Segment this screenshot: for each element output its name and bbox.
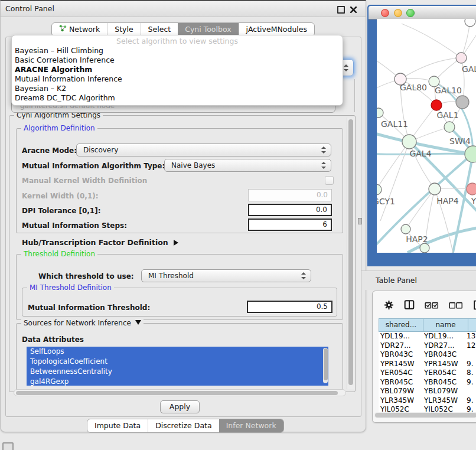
network-node[interactable] [431,100,442,110]
document-icon[interactable] [473,300,476,312]
dropdown-item-aracne-algorithm[interactable]: ARACNE Algorithm [12,65,343,74]
hub-section-header[interactable]: Hub/Transcription Factor Definition [22,238,178,247]
check-all-icon[interactable] [425,301,439,312]
column-header-2[interactable] [468,318,476,332]
spinner-arrows-icon [344,64,349,71]
node-label-swi4: SWI4 [449,136,471,146]
float-window-icon[interactable] [337,6,345,14]
network-edge[interactable] [377,142,409,190]
dpi-tolerance-field[interactable]: 0.0 [248,204,332,216]
dropdown-item-basic-correlation-inference[interactable]: Basic Correlation Inference [12,56,343,65]
node-label-hap4: HAP4 [436,196,459,206]
table-row[interactable]: YDL19...YDL19...13 [379,332,476,341]
tab-cyni-toolbox[interactable]: Cyni Toolbox [178,23,238,36]
network-node[interactable] [429,183,441,195]
table-row[interactable]: YER054CYER054C8. [379,369,476,378]
cell-shared-name: YER054C [379,369,424,378]
table-row[interactable]: YBR045CYBR045C9. [379,378,476,387]
network-node[interactable] [467,183,476,195]
dpi-tolerance-label: DPI Tolerance [0,1]: [22,207,101,215]
mi-steps-label: Mutual Information Steps: [22,221,127,230]
aracne-mode-combobox[interactable]: Discovery [76,144,331,156]
tab-select[interactable]: Select [141,23,178,36]
control-panel-title: Control Panel [5,4,54,13]
dropdown-placeholder: Select algorithm to view settings [12,37,343,46]
network-edge[interactable] [400,58,461,79]
mi-threshold-label: Mutual Information Threshold: [28,304,150,312]
table-row[interactable]: YPR145WYPR145W9. [379,360,476,369]
mac-zoom-icon[interactable] [406,9,415,17]
attribute-list-scrollbar[interactable] [323,348,328,383]
table-row[interactable]: YIL052CYIL052C9. [379,405,476,412]
bottom-tab-infer-network[interactable]: Infer Network [219,419,283,432]
dropdown-item-bayesian-hill-climbing[interactable]: Bayesian – Hill Climbing [12,46,343,56]
manual-kernel-checkbox[interactable] [325,176,334,185]
network-node[interactable] [377,108,383,118]
table-panel-title: Table Panel [376,276,417,285]
mac-close-icon[interactable] [381,9,389,17]
sources-group-title[interactable]: Sources for Network Inference [21,319,144,327]
settings-vertical-scrollbar[interactable] [347,118,354,389]
mi-type-combobox[interactable]: Naive Bayes [164,159,331,172]
cell-value: 9. [465,378,473,387]
attribute-item-selfloops[interactable]: SelfLoops [27,347,328,357]
network-canvas[interactable]: GALGAL80GAL10GAL1GAL11SWI4GAL4GCY1HAP4YH… [377,19,476,253]
tab-style[interactable]: Style [107,23,140,36]
gear-icon[interactable] [384,300,394,312]
tab-jactivemnodules[interactable]: jActiveMNodules [239,23,314,36]
table-row[interactable]: YBL079WYBL079W [379,387,476,396]
cell-name: YLR345W [424,396,465,406]
control-panel-window: Control Panel NetworkStyleSelectCyni Too… [0,0,366,432]
cell-shared-name: YBL079W [379,387,424,396]
cell-name: YER054C [424,369,465,378]
bottom-tab-discretize-data[interactable]: Discretize Data [148,419,219,432]
network-node[interactable] [401,224,410,234]
attribute-item-gal4rgexp[interactable]: gal4RGexp [27,377,328,386]
node-label-gal80: GAL80 [400,83,427,92]
apply-button[interactable]: Apply [160,400,200,413]
which-threshold-combobox[interactable]: MI Threshold [141,269,311,282]
network-node[interactable] [444,122,455,132]
pane-splitter-handle[interactable] [358,218,362,224]
cell-value: 9. [465,405,473,412]
groupbox-border-fragment [354,79,355,112]
split-columns-icon[interactable] [404,299,415,312]
attribute-item-topologicalcoefficient[interactable]: TopologicalCoefficient [27,357,328,367]
mi-threshold-field[interactable]: 0.5 [247,301,332,313]
dropdown-item-dream8-dc-tdc-algorithm[interactable]: Dream8 DC_TDC Algorithm [12,93,343,103]
bottom-tab-bar: Impute DataDiscretize DataInfer Network [87,419,284,433]
cell-shared-name: YBR045C [379,378,424,387]
node-label-gal11: GAL11 [381,119,408,129]
table-row[interactable]: YDR27...YDR27...12 [379,341,476,351]
tab-network[interactable]: Network [52,23,107,36]
column-header-shared[interactable]: shared... [379,318,423,332]
attribute-item-betweennesscentrality[interactable]: BetweennessCentrality [27,367,328,377]
column-header-name[interactable]: name [423,318,468,332]
close-panel-icon[interactable] [350,5,357,12]
table-panel: shared...name YDL19...YDL19...13YDR27...… [372,291,476,423]
dropdown-item-bayesian-k2[interactable]: Bayesian – K2 [12,84,343,93]
mi-steps-field[interactable]: 6 [248,219,332,231]
bottom-tab-impute-data[interactable]: Impute Data [87,419,148,432]
network-node[interactable] [377,184,382,195]
data-attributes-list[interactable]: SelfLoopsTopologicalCoefficientBetweenne… [27,347,328,386]
tab-label: jActiveMNodules [246,23,307,36]
dropdown-item-mutual-information-inference[interactable]: Mutual Information Inference [12,74,343,84]
network-node[interactable] [420,243,429,253]
kernel-width-field[interactable]: 0.0 [248,189,332,201]
settings-horizontal-scrollbar[interactable] [14,389,346,396]
network-node[interactable] [456,53,467,63]
table-row[interactable]: YBR043CYBR043C [379,350,476,360]
cell-name: YDR27... [424,341,465,351]
table-horizontal-scrollbar[interactable] [374,412,476,418]
network-node[interactable] [456,96,469,109]
uncheck-all-icon[interactable] [449,301,463,312]
network-edge[interactable] [402,24,461,58]
panel-grip-icon[interactable] [2,442,14,450]
control-panel-titlebar: Control Panel [1,1,366,17]
mac-minimize-icon[interactable] [394,9,402,17]
network-node[interactable] [465,19,475,27]
table-row[interactable]: YLR345WYLR345W9. [379,396,476,406]
table-header: shared...name [379,318,476,332]
network-node[interactable] [402,135,416,149]
